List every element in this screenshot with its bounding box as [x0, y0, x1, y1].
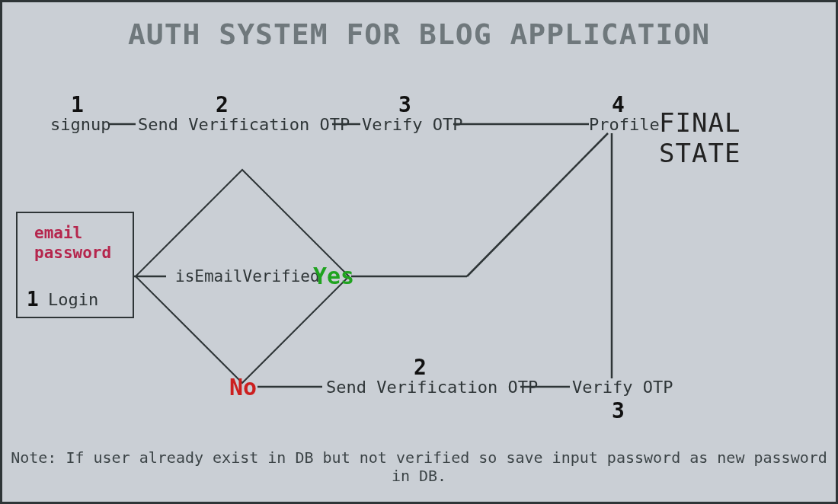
no-flow-step-2-number: 2: [414, 355, 427, 380]
login-step-number: 1: [27, 288, 39, 311]
signup-step-2-number: 2: [216, 92, 229, 117]
decision-yes-label: Yes: [313, 263, 354, 289]
no-flow-step-3-label: Verify OTP: [572, 378, 673, 397]
login-password-field-label: password: [34, 244, 111, 262]
decision-no-label: No: [229, 374, 257, 400]
login-label: Login: [48, 290, 98, 309]
decision-label: isEmailVerified: [175, 267, 320, 285]
signup-step-3-number: 3: [398, 92, 411, 117]
no-flow-step-3-number: 3: [612, 398, 625, 423]
no-flow-step-2-label: Send Verification OTP: [326, 378, 538, 397]
footer-note: Note: If user already exist in DB but no…: [2, 448, 836, 485]
final-state-label: FINAL STATE: [659, 107, 836, 168]
diagram-title: AUTH SYSTEM FOR BLOG APPLICATION: [2, 18, 836, 51]
svg-line-5: [467, 133, 608, 276]
signup-step-4-number: 4: [612, 92, 625, 117]
login-email-field-label: email: [34, 224, 82, 242]
signup-step-3-label: Verify OTP: [362, 115, 462, 134]
signup-step-1-label: signup: [50, 115, 110, 134]
signup-step-1-number: 1: [71, 92, 84, 117]
signup-step-2-label: Send Verification OTP: [138, 115, 350, 134]
signup-step-4-label: Profile: [589, 115, 660, 134]
diagram-canvas: AUTH SYSTEM FOR BLOG APPLICATION 1 signu…: [0, 0, 838, 504]
login-box: email password 1 Login: [16, 212, 134, 318]
